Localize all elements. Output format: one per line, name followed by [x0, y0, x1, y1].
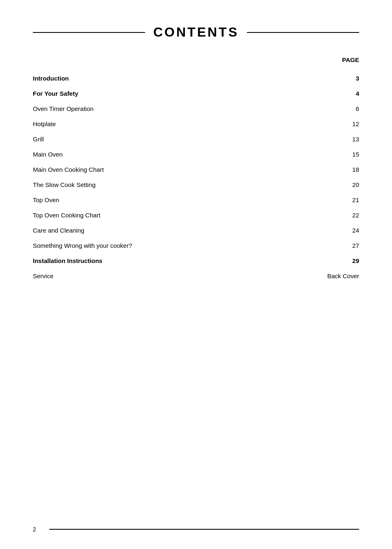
- toc-item-label: Care and Cleaning: [33, 227, 318, 234]
- toc-item-page: 20: [318, 181, 359, 188]
- toc-item-label: Top Oven: [33, 196, 318, 203]
- toc-row[interactable]: Top Oven21: [33, 192, 359, 208]
- toc-item-page: 22: [318, 212, 359, 219]
- toc-item-page: 13: [318, 136, 359, 143]
- toc-row[interactable]: Care and Cleaning24: [33, 223, 359, 238]
- toc-item-label: Top Oven Cooking Chart: [33, 212, 318, 219]
- toc-row[interactable]: Hotplate12: [33, 116, 359, 131]
- toc-row[interactable]: For Your Safety4: [33, 86, 359, 101]
- page-header-row: PAGE: [33, 56, 359, 67]
- toc-row[interactable]: Main Oven15: [33, 147, 359, 162]
- toc-item-label: Something Wrong with your cooker?: [33, 242, 318, 249]
- title-line-right: [247, 32, 359, 33]
- title-line-left: [33, 32, 145, 33]
- toc-item-label: Introduction: [33, 75, 318, 82]
- page-title: CONTENTS: [145, 25, 247, 40]
- toc-item-label: Service: [33, 272, 318, 279]
- page-header-label: PAGE: [318, 56, 359, 63]
- toc-item-page: 29: [318, 257, 359, 264]
- toc-item-page: 18: [318, 166, 359, 173]
- toc-row[interactable]: Grill13: [33, 131, 359, 147]
- toc-item-page: 15: [318, 151, 359, 158]
- toc-item-label: Hotplate: [33, 120, 318, 127]
- toc-item-page: 3: [318, 75, 359, 82]
- toc-row[interactable]: ServiceBack Cover: [33, 268, 359, 284]
- toc-row[interactable]: Introduction3: [33, 71, 359, 86]
- toc-row[interactable]: Oven Timer Operation6: [33, 101, 359, 116]
- toc-item-page: 27: [318, 242, 359, 249]
- toc-item-label: Installation Instructions: [33, 257, 318, 264]
- bottom-section: 2: [0, 526, 392, 533]
- bottom-line: [49, 529, 359, 530]
- toc-item-page: 21: [318, 196, 359, 203]
- toc-item-page: 4: [318, 90, 359, 97]
- bottom-page-number: 2: [33, 526, 41, 533]
- toc-item-page: 12: [318, 120, 359, 127]
- toc-item-label: For Your Safety: [33, 90, 318, 97]
- toc-item-label: Main Oven: [33, 151, 318, 158]
- toc-row[interactable]: Main Oven Cooking Chart18: [33, 162, 359, 177]
- toc-row[interactable]: Top Oven Cooking Chart22: [33, 208, 359, 223]
- toc-row[interactable]: Installation Instructions29: [33, 253, 359, 268]
- toc-item-label: Main Oven Cooking Chart: [33, 166, 318, 173]
- toc-item-page: Back Cover: [318, 272, 359, 279]
- toc-item-page: 6: [318, 105, 359, 112]
- toc-item-label: Oven Timer Operation: [33, 105, 318, 112]
- toc-item-label: The Slow Cook Setting: [33, 181, 318, 188]
- toc-item-label: Grill: [33, 136, 318, 143]
- page-container: CONTENTS PAGE Introduction3For Your Safe…: [0, 0, 392, 549]
- toc-item-page: 24: [318, 227, 359, 234]
- title-section: CONTENTS: [33, 25, 359, 40]
- toc-rows: Introduction3For Your Safety4Oven Timer …: [33, 71, 359, 284]
- toc-row[interactable]: Something Wrong with your cooker?27: [33, 238, 359, 253]
- contents-table: PAGE Introduction3For Your Safety4Oven T…: [33, 56, 359, 284]
- toc-row[interactable]: The Slow Cook Setting20: [33, 177, 359, 192]
